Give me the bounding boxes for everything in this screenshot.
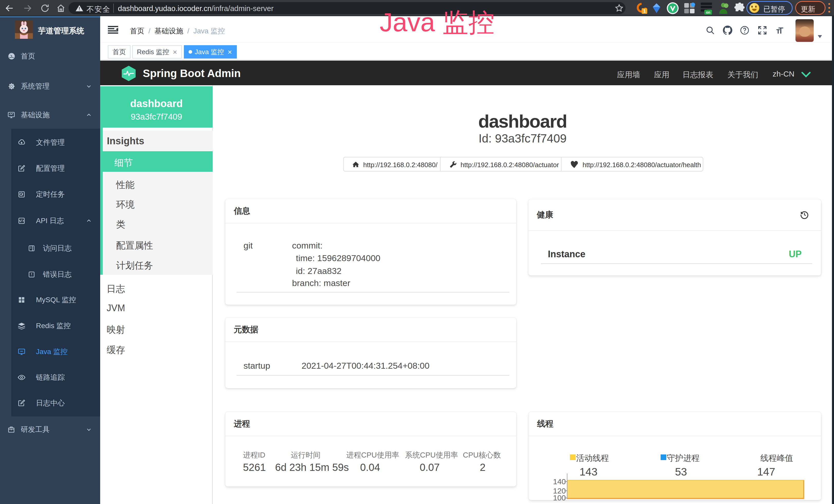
- svg-text:on: on: [706, 10, 710, 15]
- svg-text:1: 1: [643, 8, 646, 14]
